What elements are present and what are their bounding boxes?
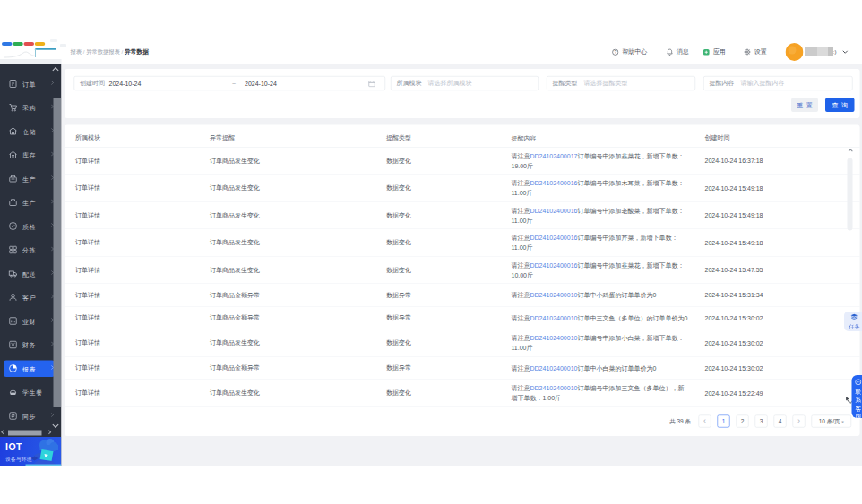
svg-text:?: ? xyxy=(614,50,616,55)
